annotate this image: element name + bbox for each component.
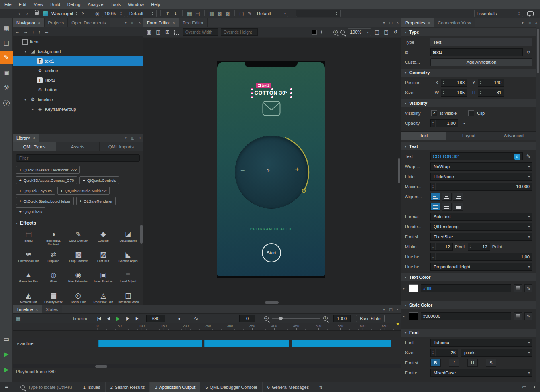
effect-fast-blur[interactable]: ▨Fast Blur [91, 248, 116, 268]
timeline-keyframe-section[interactable] [98, 340, 202, 347]
resize-handle[interactable] [290, 96, 292, 98]
tab-layout[interactable]: Layout [446, 132, 491, 140]
close-icon[interactable]: × [394, 305, 401, 313]
close-icon[interactable]: × [38, 20, 40, 25]
subtab-assets[interactable]: Assets [56, 142, 100, 151]
zoom-level-select[interactable]: 100%▾ [348, 28, 371, 36]
x-spinner[interactable]: ▴▾188 [441, 79, 467, 87]
output-pane-application-output[interactable]: 3Application Output [149, 382, 200, 392]
effect-blend[interactable]: ▤Blend [16, 227, 41, 248]
bold-button[interactable]: B [430, 359, 441, 367]
align-left-button[interactable] [430, 193, 440, 201]
debug-mode-icon[interactable]: ▣ [0, 66, 13, 79]
annotation-icon[interactable]: ✎ [247, 10, 253, 17]
tab-form-editor[interactable]: Form Editor× [143, 18, 179, 27]
tree-item-item[interactable]: Item [13, 37, 143, 47]
tab-open-documents[interactable]: Open Documents [68, 18, 110, 27]
dial-plus-button[interactable]: + [295, 165, 299, 173]
columns-icon[interactable]: ▥ [208, 10, 215, 17]
close-icon[interactable]: × [533, 18, 540, 27]
timeline-keyframe-section[interactable] [204, 340, 289, 347]
import-icon[interactable]: ↧ [172, 10, 179, 17]
line-height-mode-dropdown[interactable]: ProportionalHeight▾ [430, 263, 532, 271]
playhead[interactable] [398, 325, 398, 362]
elide-dropdown[interactable]: ElideNone▾ [430, 173, 532, 181]
minimum-point-spinner[interactable]: ▴▾12 [468, 243, 490, 251]
pane-arrows-icon[interactable]: ⇅ [318, 384, 324, 391]
override-width-field[interactable]: Override Width [183, 28, 218, 36]
selection-box[interactable] [252, 89, 291, 97]
range-start-field[interactable]: 0 [239, 315, 255, 322]
split-icon[interactable]: ◫ [129, 134, 136, 142]
table-icon[interactable]: ▨ [224, 10, 231, 17]
search-icon[interactable] [20, 385, 25, 390]
grid-layout-icon[interactable]: ▧ [216, 10, 223, 17]
show-bounds-icon[interactable] [173, 28, 180, 36]
dial-minus-button[interactable]: − [240, 166, 245, 175]
feedback-icon[interactable] [527, 11, 534, 16]
snapping-icon[interactable]: ◫ [155, 28, 161, 36]
zoom-in-icon[interactable]: + [333, 30, 338, 35]
effect-gaussian-blur[interactable]: ▲Gaussian Blur [16, 268, 41, 289]
split-icon[interactable]: ◫ [387, 305, 394, 313]
reset-view-icon[interactable]: ↺ [392, 28, 399, 36]
underline-button[interactable]: U [467, 359, 478, 367]
scrollbar-thumb[interactable] [95, 365, 107, 368]
output-pane-qml-debugger-console[interactable]: 5QML Debugger Console [200, 382, 262, 392]
canvas-color-stepper[interactable]: ▴▾ [321, 30, 322, 34]
timeline-keyframe-section[interactable] [292, 340, 391, 347]
phone-screen[interactable]: COTTON 30° − + 1: PROGRAM HEALTH Start [217, 62, 325, 276]
import-quick3dassets.electriccar_27k[interactable]: +Quick3DAssets.Electriccar_27k [16, 166, 80, 174]
output-pane-search-results[interactable]: 2Search Results [105, 382, 150, 392]
expander-icon[interactable]: ▾ [23, 97, 28, 102]
zoom-out-icon[interactable]: − [340, 30, 345, 35]
tools-icon[interactable]: ⚒ [0, 81, 13, 95]
rows-icon[interactable]: ▤ [194, 10, 201, 17]
import-qtquick.controls[interactable]: +QtQuick.Controls [79, 176, 119, 184]
tree-item-text1[interactable]: Ttext1 [13, 56, 143, 66]
close-icon[interactable]: × [136, 18, 143, 27]
resize-handle[interactable] [290, 92, 292, 94]
terminal-icon[interactable]: ▭ [519, 384, 530, 390]
document-switcher-icon[interactable]: ▴▾ [76, 12, 77, 16]
gradient-button[interactable] [514, 284, 522, 292]
clip-checkbox[interactable] [468, 110, 474, 116]
close-icon[interactable]: × [172, 20, 175, 25]
y-spinner[interactable]: ▴▾140 [478, 79, 504, 87]
help-icon[interactable]: ? [0, 96, 13, 110]
chevron-down-icon[interactable]: ▾ [381, 305, 387, 313]
export-icon[interactable]: ↥ [164, 10, 171, 17]
import-qtquick.layouts[interactable]: +QtQuick.Layouts [16, 187, 55, 195]
locator-input[interactable]: Type to locate (Ctrl+K) [28, 385, 72, 390]
canvas[interactable]: COTTON 30° − + 1: PROGRAM HEALTH Start [143, 38, 401, 305]
style-select[interactable]: Default▴▾ [127, 10, 157, 17]
strikeout-button[interactable]: S [486, 359, 496, 367]
edit-mode-icon[interactable]: ▤ [0, 36, 13, 50]
previous-frame-button[interactable]: ◀| [104, 316, 113, 321]
record-button[interactable]: ● [174, 316, 184, 321]
text-section-header[interactable]: ▾Text [401, 142, 536, 150]
font-unit-dropdown[interactable]: pixels▾ [461, 349, 532, 357]
maximum-spinner[interactable]: ▴▾10.000 [430, 183, 532, 191]
render-type-dropdown[interactable]: QtRendering▾ [430, 223, 532, 231]
align-bottom-button[interactable] [453, 203, 463, 211]
reset-icon[interactable]: ↺ [524, 49, 532, 55]
slider-handle[interactable] [279, 317, 283, 320]
close-icon[interactable]: × [35, 307, 38, 312]
run-icon[interactable]: ▶ [0, 347, 13, 361]
text-color-swatch[interactable] [409, 284, 418, 292]
no-snapping-icon[interactable]: ▣ [146, 28, 152, 36]
import-qtquick.studio.logichelper[interactable]: +QtQuick.Studio.LogicHelper [16, 197, 74, 205]
tree-item-background[interactable]: ▾◪background [13, 47, 143, 56]
subtab-qml-imports[interactable]: QML Imports [100, 142, 143, 151]
split-icon[interactable]: ◫ [129, 18, 136, 27]
text-color-section-header[interactable]: ▾Text Color [401, 273, 536, 281]
align-right-button[interactable] [453, 193, 463, 201]
forward-icon[interactable]: › [24, 10, 31, 17]
canvas-zoom-select[interactable]: 100%▴▾ [102, 10, 125, 17]
menu-tools[interactable]: Tools [107, 1, 124, 8]
tab-connection-view[interactable]: Connection View [434, 18, 475, 27]
move-up-icon[interactable]: ↑ [39, 29, 41, 34]
tab-advanced[interactable]: Advanced [491, 132, 536, 140]
expander-icon[interactable]: ▾ [23, 49, 28, 53]
